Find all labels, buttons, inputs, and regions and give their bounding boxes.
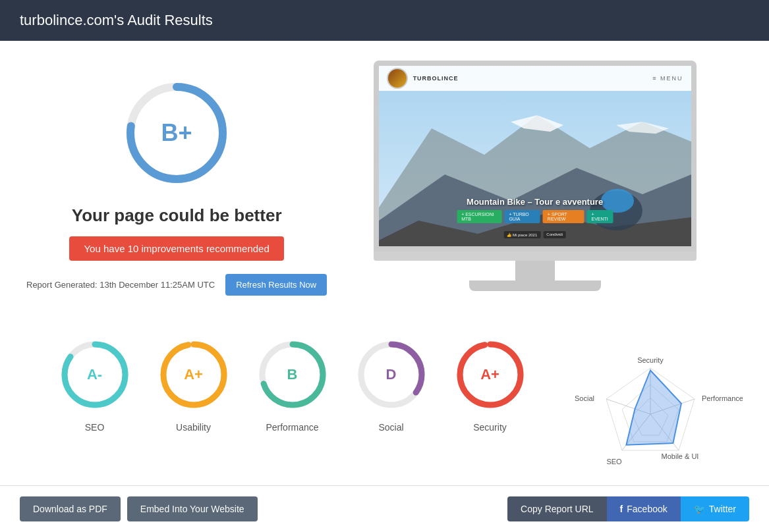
grade-item-performance: B Performance (253, 335, 332, 433)
like-count: 👍 Mi piace 2021 (503, 231, 540, 238)
svg-text:Security: Security (637, 356, 664, 364)
hero-buttons: + ESCURSIONI MTB + TURBO GUIA + SPORT RE… (457, 210, 613, 223)
page-title: turbolince.com's Audit Results (20, 12, 213, 28)
main-content: B+ Your page could be better You have 10… (0, 41, 769, 522)
hero-social: 👍 Mi piace 2021 Condividi (503, 231, 566, 238)
grade-ring-seo: A- (55, 335, 134, 414)
grade-label: SEO (85, 422, 105, 433)
grade-value: A+ (480, 366, 499, 383)
condividi: Condividi (543, 231, 566, 238)
grade-ring-social: D (352, 335, 431, 414)
svg-text:Social: Social (575, 394, 594, 402)
download-pdf-button[interactable]: Download as PDF (20, 496, 121, 521)
monitor-container: TURBOLINCE ≡ MENU Mountain Bike – Tour e… (327, 61, 743, 291)
grade-ring-usability: A+ (154, 335, 233, 414)
tagline: Your page could be better (72, 205, 282, 226)
monitor-screen: TURBOLINCE ≡ MENU Mountain Bike – Tour e… (374, 61, 697, 252)
svg-text:Mobile & UI: Mobile & UI (662, 452, 699, 460)
facebook-icon: f (620, 504, 623, 514)
grade-label: Usability (176, 422, 211, 433)
grade-item-social: D Social (352, 335, 431, 433)
report-info: Report Generated: 13th December 11:25AM … (26, 274, 327, 296)
grade-value: A+ (184, 366, 203, 383)
refresh-button[interactable]: Refresh Results Now (225, 274, 327, 296)
monitor-stand (374, 252, 697, 291)
grades-row: A- SEO A+ Usability B Performance D (26, 335, 558, 433)
hero-btn-3: + SPORT REVIEW (543, 210, 584, 223)
grade-label: Security (473, 422, 507, 433)
screen-inner: TURBOLINCE ≡ MENU Mountain Bike – Tour e… (379, 66, 691, 246)
facebook-button[interactable]: f Facebook (607, 496, 681, 521)
bottom-bar: Download as PDF Embed Into Your Website … (0, 485, 769, 532)
site-name: TURBOLINCE (413, 75, 459, 82)
grade-value: D (386, 366, 397, 383)
grade-value: B (287, 366, 298, 383)
svg-text:Performance: Performance (702, 394, 743, 402)
menu-text: ≡ MENU (652, 75, 683, 82)
bottom-left: Download as PDF Embed Into Your Website (20, 496, 258, 521)
copy-url-button[interactable]: Copy Report URL (507, 496, 607, 521)
hero-text: Mountain Bike – Tour e avventure (379, 197, 691, 207)
svg-text:SEO: SEO (606, 458, 622, 466)
main-grade-circle: B+ (117, 74, 236, 192)
twitter-button[interactable]: 🐦 Twitter (681, 496, 749, 521)
grade-ring-performance: B (253, 335, 332, 414)
left-panel: B+ Your page could be better You have 10… (26, 61, 327, 296)
twitter-icon: 🐦 (694, 504, 705, 514)
top-section: B+ Your page could be better You have 10… (26, 61, 743, 296)
improvements-button[interactable]: You have 10 improvements recommended (69, 236, 283, 261)
hero-btn-1: + ESCURSIONI MTB (457, 210, 501, 223)
radar-container: .radar-label { font-size: 11px; fill: #5… (558, 335, 743, 483)
grade-item-security: A+ Security (451, 335, 530, 433)
grade-label: Performance (266, 422, 318, 433)
grade-label: Social (378, 422, 403, 433)
grade-ring-security: A+ (451, 335, 530, 414)
site-logo (387, 68, 408, 89)
bottom-right: Copy Report URL f Facebook 🐦 Twitter (507, 496, 749, 521)
embed-button[interactable]: Embed Into Your Website (127, 496, 258, 521)
monitor-mock: TURBOLINCE ≡ MENU Mountain Bike – Tour e… (374, 61, 697, 291)
page-header: turbolince.com's Audit Results (0, 0, 769, 41)
hero-btn-4: + EVENTI (587, 210, 613, 223)
hero-btn-2: + TURBO GUIA (504, 210, 540, 223)
website-header: TURBOLINCE ≡ MENU (379, 66, 691, 91)
main-grade-text: B+ (161, 119, 192, 147)
grades-section: A- SEO A+ Usability B Performance D (26, 322, 743, 502)
grade-item-seo: A- SEO (55, 335, 134, 433)
grade-item-usability: A+ Usability (154, 335, 233, 433)
report-generated-text: Report Generated: 13th December 11:25AM … (26, 280, 215, 290)
grade-value: A- (87, 366, 102, 383)
svg-marker-28 (626, 371, 681, 445)
